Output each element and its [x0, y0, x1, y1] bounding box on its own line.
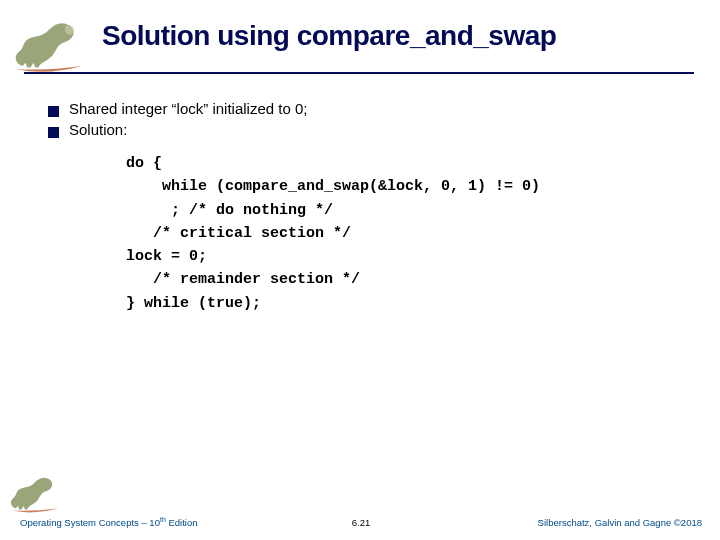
code-line: /* critical section */	[126, 225, 351, 242]
bullet-item: Solution:	[48, 121, 688, 138]
code-line: /* remainder section */	[126, 271, 360, 288]
footer-left-text-b: Edition	[166, 517, 198, 528]
code-line: ; /* do nothing */	[126, 202, 333, 219]
code-line: } while (true);	[126, 295, 261, 312]
body: Shared integer “lock” initialized to 0; …	[48, 100, 688, 315]
title-underline	[24, 72, 694, 74]
square-bullet-icon	[48, 127, 59, 138]
title-row: Solution using compare_and_swap	[0, 18, 720, 66]
footer-left: Operating System Concepts – 10th Edition	[20, 516, 197, 528]
footer: Operating System Concepts – 10th Edition…	[20, 504, 702, 528]
bullet-text: Shared integer “lock” initialized to 0;	[69, 100, 307, 117]
bullet-text: Solution:	[69, 121, 127, 138]
square-bullet-icon	[48, 106, 59, 117]
slide-title: Solution using compare_and_swap	[96, 18, 556, 52]
footer-left-text-a: Operating System Concepts – 10	[20, 517, 160, 528]
code-line: lock = 0;	[126, 248, 207, 265]
bullet-item: Shared integer “lock” initialized to 0;	[48, 100, 688, 117]
dinosaur-icon	[0, 18, 96, 74]
code-line: do {	[126, 155, 162, 172]
footer-page-number: 6.21	[352, 517, 371, 528]
code-line: while (compare_and_swap(&lock, 0, 1) != …	[126, 178, 540, 195]
footer-right: Silberschatz, Galvin and Gagne ©2018	[538, 517, 702, 528]
code-block: do { while (compare_and_swap(&lock, 0, 1…	[126, 152, 688, 315]
slide: Solution using compare_and_swap Shared i…	[0, 0, 720, 540]
